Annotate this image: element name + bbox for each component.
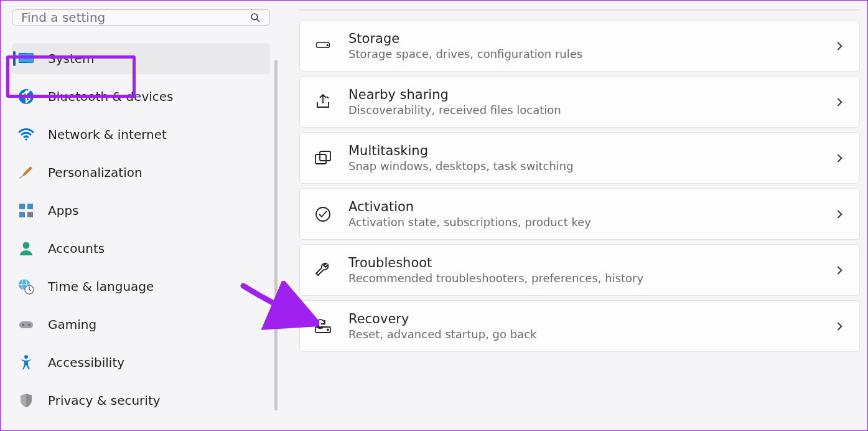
sidebar-item-personalization[interactable]: Personalization [12, 157, 270, 188]
sidebar-item-gaming[interactable]: Gaming [12, 309, 270, 340]
check-circle-icon [314, 205, 332, 224]
svg-line-1 [257, 19, 259, 22]
card-text: Activation Activation state, subscriptio… [348, 199, 819, 229]
card-text: Troubleshoot Recommended troubleshooters… [348, 255, 819, 285]
card-storage[interactable]: Storage Storage space, drives, configura… [299, 20, 860, 72]
svg-point-0 [251, 14, 258, 20]
card-text: Nearby sharing Discoverability, received… [348, 87, 819, 116]
search-input[interactable] [21, 10, 250, 25]
wifi-icon [18, 126, 34, 143]
apps-icon [18, 202, 34, 219]
svg-rect-24 [315, 154, 326, 164]
svg-point-28 [327, 329, 329, 330]
sidebar-item-system[interactable]: System [12, 43, 270, 74]
sidebar-item-privacy[interactable]: Privacy & security [12, 385, 270, 416]
svg-point-26 [316, 207, 330, 221]
share-icon [314, 93, 332, 111]
search-icon [250, 12, 261, 23]
recovery-icon [314, 317, 332, 336]
card-sub: Discoverability, received files location [348, 103, 819, 116]
bluetooth-icon [18, 88, 34, 105]
sidebar-item-label: Network & internet [48, 127, 167, 142]
sidebar: System Bluetooth & devices Network & int… [1, 1, 278, 430]
svg-point-11 [23, 242, 30, 249]
multitask-icon [314, 149, 332, 168]
wrench-icon [314, 261, 332, 280]
sidebar-item-apps[interactable]: Apps [12, 195, 270, 226]
card-text: Recovery Reset, advanced startup, go bac… [348, 311, 819, 341]
shield-icon [18, 392, 34, 409]
svg-rect-7 [19, 204, 25, 209]
svg-rect-9 [19, 212, 25, 217]
sidebar-item-label: Gaming [48, 317, 96, 332]
sidebar-item-label: Accounts [48, 241, 105, 256]
card-title: Activation [348, 199, 819, 214]
card-sub: Snap windows, desktops, task switching [348, 159, 819, 173]
svg-point-21 [24, 355, 28, 359]
sidebar-item-accessibility[interactable]: Accessibility [12, 347, 270, 378]
svg-rect-8 [27, 204, 33, 209]
card-text: Storage Storage space, drives, configura… [348, 31, 819, 60]
sidebar-item-bluetooth[interactable]: Bluetooth & devices [12, 81, 270, 112]
sidebar-item-network[interactable]: Network & internet [12, 119, 270, 150]
card-multitasking[interactable]: Multitasking Snap windows, desktops, tas… [299, 132, 860, 184]
svg-rect-10 [27, 212, 33, 217]
card-sub: Recommended troubleshooters, preferences… [348, 272, 819, 285]
svg-rect-18 [19, 321, 33, 328]
sidebar-item-accounts[interactable]: Accounts [12, 233, 270, 264]
card-title: Troubleshoot [348, 255, 819, 270]
card-sub: Activation state, subscriptions, product… [348, 215, 819, 229]
chevron-right-icon [836, 42, 844, 50]
card-activation[interactable]: Activation Activation state, subscriptio… [299, 188, 860, 240]
card-recovery[interactable]: Recovery Reset, advanced startup, go bac… [299, 300, 860, 352]
sidebar-item-label: Personalization [48, 165, 142, 180]
sidebar-item-label: Apps [48, 203, 79, 218]
svg-point-6 [25, 138, 27, 140]
gamepad-icon [18, 316, 34, 333]
sidebar-item-label: Accessibility [48, 355, 124, 370]
sidebar-item-label: Privacy & security [48, 393, 161, 408]
card-nearby-sharing[interactable]: Nearby sharing Discoverability, received… [299, 76, 860, 128]
accessibility-icon [18, 354, 34, 371]
svg-point-23 [327, 44, 328, 45]
drive-icon [314, 37, 332, 55]
svg-point-20 [29, 324, 30, 326]
system-icon [18, 50, 34, 67]
clock-globe-icon [18, 278, 34, 295]
chevron-right-icon [836, 154, 844, 163]
card-sub: Reset, advanced startup, go back [348, 328, 819, 341]
chevron-right-icon [836, 210, 844, 219]
chevron-right-icon [836, 266, 844, 275]
main-content: Storage Storage space, drives, configura… [278, 1, 867, 430]
svg-rect-4 [19, 54, 33, 62]
sidebar-item-label: System [48, 51, 95, 66]
sidebar-item-time-language[interactable]: Time & language [12, 271, 270, 302]
card-sub: Storage space, drives, configuration rul… [348, 47, 819, 60]
sidebar-item-label: Time & language [48, 279, 154, 294]
card-title: Multitasking [348, 143, 819, 158]
chevron-right-icon [836, 98, 844, 107]
sidebar-item-label: Bluetooth & devices [48, 89, 174, 104]
sidebar-scrollbar[interactable] [274, 60, 278, 410]
svg-rect-25 [320, 151, 330, 161]
card-title: Nearby sharing [348, 87, 819, 102]
chevron-right-icon [836, 322, 844, 331]
card-troubleshoot[interactable]: Troubleshoot Recommended troubleshooters… [299, 244, 860, 296]
brush-icon [18, 164, 34, 181]
card-cut-top [299, 9, 860, 11]
card-title: Recovery [348, 311, 819, 326]
person-icon [18, 240, 34, 257]
svg-point-19 [22, 324, 24, 326]
card-text: Multitasking Snap windows, desktops, tas… [348, 143, 819, 173]
search-box[interactable] [12, 9, 270, 26]
card-title: Storage [348, 31, 819, 46]
sidebar-nav: System Bluetooth & devices Network & int… [12, 43, 270, 423]
